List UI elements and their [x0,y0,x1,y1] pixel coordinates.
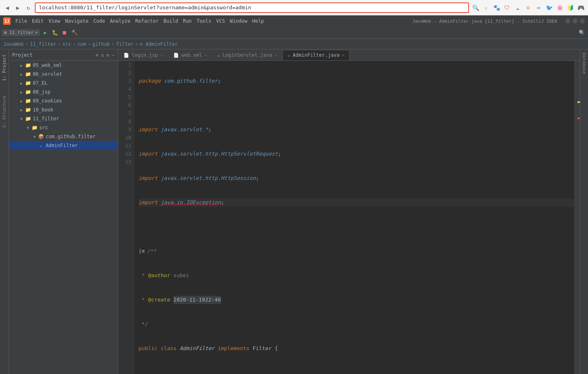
menu-run[interactable]: Run [183,18,192,24]
scope-icon[interactable]: ⊕ [96,52,98,58]
tree-item-10[interactable]: ▶ 📁 10_book [9,105,118,114]
menu-vcs[interactable]: VCS [216,18,225,24]
database-tab[interactable]: Database [580,49,588,374]
ln-9: 9 [118,126,131,134]
folder-arrow: ▶ [20,72,23,77]
editor-and-bottom: 📄 login.jsp × 📄 web.xml × ☕ LoginServlet… [118,49,588,374]
code-line-1: package com.github.filter; [138,77,574,85]
back-icon[interactable]: ◀ [3,4,11,12]
intellij-logo: IJ [3,17,11,25]
ln-5: 5 [118,93,131,101]
tab-loginservlet[interactable]: ☕ LoginServlet.java × [212,50,282,60]
tab-project[interactable]: 1: Project [0,51,8,84]
debug-button[interactable]: 🐛 [51,28,60,37]
ext-icon-2[interactable]: 🛡 [503,4,511,12]
code-content[interactable]: package com.github.filter; import javax.… [134,61,574,374]
minimize-btn[interactable] [565,19,570,24]
ext-icon-1[interactable]: 🐾 [492,4,501,12]
folder-label: src [39,125,48,130]
tab-web-xml[interactable]: 📄 web.xml × [168,50,212,60]
file-tree: ▶ 📁 05_web_xml ▶ 📁 06_servlet ▶ 📁 07_EL … [9,61,118,374]
tab-label: AdminFilter.java [293,52,340,58]
menu-analyze[interactable]: Analyze [110,18,130,24]
tree-item-09[interactable]: ▶ 📁 09_cookies [9,96,118,105]
menu-help[interactable]: Help [252,18,264,24]
java-icon-active: ☕ [288,53,290,58]
code-line-11: */ [138,320,574,328]
forward-icon[interactable]: ▶ [14,4,22,12]
ext-icon-8[interactable]: 🔰 [566,4,574,12]
tree-item-05[interactable]: ▶ 📁 05_web_xml [9,61,118,70]
tree-item-07[interactable]: ▶ 📁 07_EL [9,79,118,88]
code-line-2 [138,101,574,109]
tree-item-11[interactable]: ▼ 📁 11_filter [9,114,118,123]
tree-item-adminfilter[interactable]: ☕ AdminFilter [9,141,118,150]
file-label: AdminFilter [46,143,78,148]
bookmark-icon[interactable]: ☆ [482,4,490,12]
stop-button[interactable]: ⏹ [60,28,69,37]
ide-titlebar: IJ File Edit View Navigate Code Analyze … [0,15,588,27]
ext-icon-6[interactable]: 🐦 [545,4,553,12]
bc-src[interactable]: src [62,41,71,47]
menu-window[interactable]: Window [230,18,247,24]
ext-icon-3[interactable]: ☁ [513,4,522,12]
bc-javaweb[interactable]: JavaWeb [3,41,24,47]
ext-icon-5[interactable]: ∞ [535,4,543,12]
java-file-icon: ☕ [40,143,43,148]
java-icon: ☕ [217,53,220,58]
maximize-btn[interactable] [573,19,577,24]
bc-adminfilter[interactable]: ⊙ AdminFilter [140,41,178,47]
menu-file[interactable]: File [15,18,27,24]
pkg-icon: 📦 [38,134,44,139]
folder-label: 10_book [33,107,53,113]
bc-com[interactable]: com [77,41,86,47]
tree-item-src[interactable]: ▼ 📁 src [9,123,118,132]
folder-label: 08_jsp [33,89,50,95]
tab-close[interactable]: × [160,53,163,58]
tree-item-06[interactable]: ▶ 📁 06_servlet [9,70,118,79]
ln-8: 8 [118,118,131,126]
menu-edit[interactable]: Edit [32,18,44,24]
project-dropdown[interactable]: ⊞ 11_filter ▼ [2,29,40,36]
ext-icon-7[interactable]: 🌸 [556,4,564,12]
search-icon[interactable]: 🔍 [471,4,479,12]
bc-filter[interactable]: 11_filter [30,41,56,47]
side-tabs-left: 1: Project 2: Structure [0,49,9,374]
menu-code[interactable]: Code [94,18,105,24]
tree-item-08[interactable]: ▶ 📁 08_jsp [9,88,118,96]
ide-title: JavaWeb - AdminFilter.java [11_filter] -… [412,19,557,24]
menu-refactor[interactable]: Refactor [135,18,159,24]
bc-filter-pkg[interactable]: filter [116,41,134,47]
settings-icon[interactable]: ⚙ [107,52,109,58]
ext-icon-4[interactable]: ⊙ [524,4,532,12]
menu-navigate[interactable]: Navigate [65,18,89,24]
ln-7: 7 [118,109,131,118]
tab-adminfilter[interactable]: ☕ AdminFilter.java × [282,50,349,60]
run-button[interactable]: ▶ [41,28,50,37]
close-btn[interactable] [580,19,585,24]
folder-label: com.github.filter [46,134,96,139]
menu-build[interactable]: Build [164,18,178,24]
minimize-panel-icon[interactable]: — [112,52,115,58]
address-bar[interactable]: localhost:8080/11_filter/loginServlet?us… [35,2,469,13]
folder-icon: 📁 [25,89,31,95]
ext-icon-9[interactable]: 🎮 [577,4,585,12]
tab-login-jsp[interactable]: 📄 login.jsp × [118,50,168,60]
tab-close[interactable]: × [275,53,277,58]
tab-structure[interactable]: 2: Structure [0,92,8,131]
menu-view[interactable]: View [49,18,60,24]
bc-github[interactable]: github [92,41,110,47]
build-button[interactable]: 🔨 [70,28,79,37]
ide-main: 📄 login.jsp × 📄 web.xml × ☕ LoginServlet… [118,49,588,374]
search-everywhere[interactable]: 🔍 [577,28,586,37]
refresh-icon[interactable]: ↻ [24,4,32,12]
tree-item-pkg[interactable]: ▼ 📦 com.github.filter [9,132,118,141]
code-line-13 [138,369,574,374]
tab-close-active[interactable]: × [342,53,344,58]
ide-body: 1: Project 2: Structure Project ⊕ ⇅ ⚙ — … [0,49,588,374]
menu-tools[interactable]: Tools [197,18,211,24]
code-editor[interactable]: 1 2 3 4 5 6 7 8 9 10 11 12 13 [118,61,580,374]
tab-close[interactable]: × [205,53,207,58]
code-line-8: |≡/** [138,247,574,255]
collapse-icon[interactable]: ⇅ [101,52,104,58]
